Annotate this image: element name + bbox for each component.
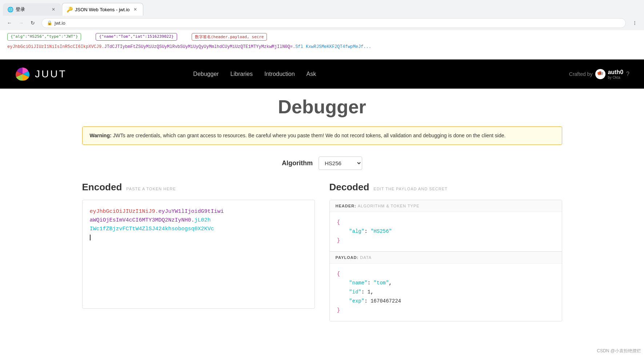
decoded-box: HEADER: ALGORITHM & TOKEN TYPE { "alg": … [329, 200, 562, 321]
nav-debugger[interactable]: Debugger [193, 71, 219, 77]
jwt-part2: JTdCJTIybmFtZSUyMiUzQSUyMlRvbSUyMiUyQyUy… [104, 44, 295, 49]
lock-icon: 🔒 [47, 20, 52, 25]
encoded-part3b: IWc1fZBjzvFCTtW4ZlSJ424khsobogsq0X2KVc [90, 226, 214, 232]
header-alg-key: "alg" [349, 228, 364, 234]
encoded-text: eyJhbGciOiJIUzI1NiJ9.eyJuYW1lIjoidG9tIiw… [90, 207, 307, 242]
apps-button[interactable]: ⁝ [629, 18, 640, 28]
encoded-subtitle: PASTE A TOKEN HERE [126, 187, 176, 191]
warning-label: Warning: [90, 133, 112, 138]
encoded-column: Encoded PASTE A TOKEN HERE eyJhbGciOiJIU… [82, 182, 315, 309]
auth0-logo: auth0 by Okta [595, 69, 623, 80]
algorithm-select[interactable]: HS256 HS384 HS512 RS256 RS384 RS512 [319, 157, 362, 170]
header-alg-value: "HS256" [371, 228, 392, 234]
algorithm-label: Algorithm [282, 159, 313, 167]
payload-id-key: "id" [349, 289, 361, 295]
encoded-title: Encoded [82, 182, 122, 193]
payload-exp-value: 1670467224 [371, 298, 401, 304]
header-section: HEADER: ALGORITHM & TOKEN TYPE { "alg": … [330, 200, 562, 252]
tab-favicon-globe: 🌐 [7, 7, 13, 12]
encoded-part1: eyJhbGciOiJIUzI1NiJ9. [90, 208, 159, 215]
payload-section-name: PAYLOAD: [336, 255, 359, 260]
header-section-desc: ALGORITHM & TOKEN TYPE [358, 204, 420, 208]
back-button[interactable]: ← [4, 18, 15, 28]
encoded-part2b: aWQiOjEsImV4cCI6MT [90, 217, 149, 223]
tab-bar: 🌐 登录 ✕ 🔑 JSON Web Tokens - jwt.io ✕ [0, 0, 644, 16]
site-navbar: JUUT Debugger Libraries Introduction Ask… [0, 60, 644, 89]
payload-name-key: "name" [349, 280, 367, 286]
algorithm-row: Algorithm HS256 HS384 HS512 RS256 RS384 … [82, 157, 562, 170]
header-alg-colon: : [364, 228, 371, 234]
encoded-part2c: Y3MDQ2NzIyNH0. [149, 217, 195, 223]
jwt-annotation-bar: {"alg":"HS256","type":"JWT"} {"name":"To… [0, 30, 644, 59]
okta-text: by Okta [608, 76, 623, 80]
auth0-text: auth0 [608, 69, 623, 76]
payload-exp-colon: : [364, 298, 371, 304]
payload-id-colon: : [361, 289, 368, 295]
header-section-header: HEADER: ALGORITHM & TOKEN TYPE [330, 200, 562, 212]
payload-section-header: PAYLOAD: DATA [330, 252, 562, 264]
nav-ask[interactable]: Ask [307, 71, 316, 77]
encoded-part2a: eyJuYW1lIjoidG9tIiwi [159, 208, 224, 215]
nav-libraries[interactable]: Libraries [231, 71, 253, 77]
header-brace-open: { [337, 219, 340, 225]
payload-exp-key: "exp" [349, 298, 364, 304]
logo-area: JUUT [15, 66, 67, 82]
header-section-body[interactable]: { "alg": "HS256" } [330, 212, 562, 251]
payload-brace-open: { [337, 271, 340, 277]
tab-label-jwt: JSON Web Tokens - jwt.io [75, 7, 130, 12]
tab-label: 登录 [16, 6, 25, 13]
auth0-icon [595, 69, 605, 79]
annotation-labels: {"alg":"HS256","type":"JWT"} {"name":"To… [0, 32, 644, 42]
crafted-by-text: Crafted by [569, 71, 593, 77]
payload-section-desc: DATA [360, 255, 372, 260]
decoded-column: Decoded EDIT THE PAYLOAD AND SECRET HEAD… [329, 182, 562, 321]
url-text: jwt.io [55, 20, 65, 26]
payload-name-comma: , [389, 280, 392, 286]
nav-introduction[interactable]: Introduction [264, 71, 295, 77]
nav-buttons: ← → ↻ [4, 18, 38, 28]
help-icon[interactable]: ? [626, 71, 629, 77]
payload-id-value: 1 [368, 289, 371, 295]
browser-chrome: 🌐 登录 ✕ 🔑 JSON Web Tokens - jwt.io ✕ ← → … [0, 0, 644, 60]
jwt-token-display: eyJhbGciOiJIUzI1NiIsInR5cCI6IkpXVCJ9.JTd… [0, 42, 644, 52]
warning-text: JWTs are credentials, which can grant ac… [113, 133, 506, 138]
payload-section: PAYLOAD: DATA { "name": "tom", "id": 1, … [330, 252, 562, 321]
payload-id-comma: , [371, 289, 373, 295]
payload-annotation-label: {"name":"Tom","iat":1516239022} [96, 33, 177, 41]
main-nav: Debugger Libraries Introduction Ask [193, 71, 316, 77]
decoded-title: Decoded [329, 182, 369, 193]
payload-section-body[interactable]: { "name": "tom", "id": 1, "exp": 1670467… [330, 264, 562, 321]
jwt-part1: eyJhbGciOiJIUzI1NiIsInR5cCI6IkpXVCJ9. [7, 44, 104, 49]
decoded-subtitle: EDIT THE PAYLOAD AND SECRET [373, 187, 447, 191]
jwt-part3: Sfl KxwRJSMeKKF2QT4fwpMeJf... [295, 44, 371, 49]
address-bar: ← → ↻ 🔒 jwt.io ⁝ [0, 16, 644, 30]
logo-text: JUUT [35, 68, 67, 80]
crafted-by: Crafted by auth0 by Okta ? [569, 69, 629, 80]
logo-icon [15, 66, 31, 82]
tab-close-jwt[interactable]: ✕ [132, 6, 139, 13]
header-brace-close: } [337, 238, 340, 243]
text-cursor [90, 235, 91, 240]
payload-brace-close: } [337, 307, 340, 313]
header-section-name: HEADER: [336, 204, 356, 208]
encoded-part3a: jL02h [195, 217, 211, 223]
page-title: Debugger [82, 96, 562, 118]
url-bar[interactable]: 🔒 jwt.io [41, 18, 626, 28]
signature-annotation-label: 数字签名(header.payload, secre [192, 33, 267, 41]
payload-name-value: "tom" [373, 280, 389, 286]
reload-button[interactable]: ↻ [28, 18, 38, 28]
payload-name-colon: : [368, 280, 374, 286]
page-content: Debugger Warning: JWTs are credentials, … [68, 89, 577, 329]
encoded-box[interactable]: eyJhbGciOiJIUzI1NiJ9.eyJuYW1lIjoidG9tIiw… [82, 200, 315, 309]
forward-button[interactable]: → [16, 18, 26, 28]
tab-login[interactable]: 🌐 登录 ✕ [3, 3, 61, 16]
main-columns: Encoded PASTE A TOKEN HERE eyJhbGciOiJIU… [82, 182, 562, 321]
tab-close-login[interactable]: ✕ [50, 6, 57, 13]
header-annotation-label: {"alg":"HS256","type":"JWT"} [7, 33, 81, 41]
tab-favicon-jwt: 🔑 [67, 7, 73, 12]
warning-banner: Warning: JWTs are credentials, which can… [82, 126, 562, 145]
tab-jwt[interactable]: 🔑 JSON Web Tokens - jwt.io ✕ [62, 3, 143, 16]
